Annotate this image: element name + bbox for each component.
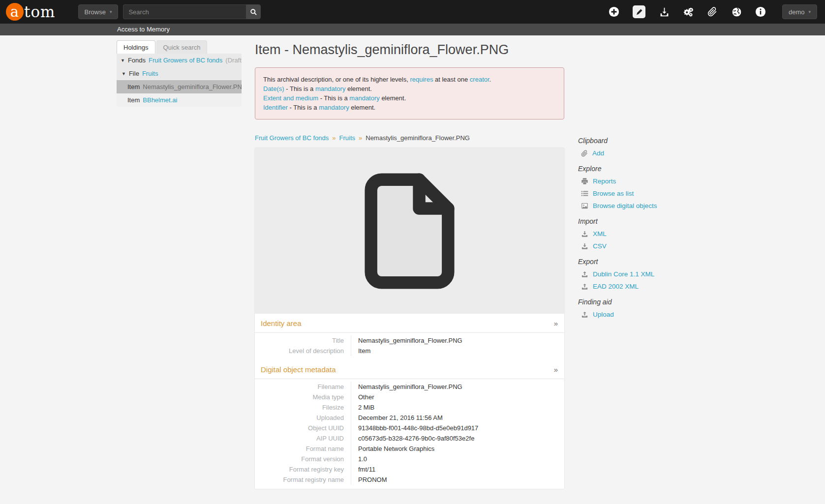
requires-link[interactable]: requires: [410, 76, 433, 83]
main-content: Item - Nemastylis_geminiflora_Flower.PNG…: [255, 42, 564, 489]
caret-down-icon: ▾: [110, 9, 112, 14]
upload-icon: [581, 270, 588, 278]
upload-icon: [581, 311, 588, 318]
section-title: Identity area: [261, 319, 302, 327]
mandatory-link[interactable]: mandatory: [315, 85, 345, 92]
language-icon[interactable]: [731, 6, 742, 17]
description-card: Identity area » Title Nemastylis_geminif…: [255, 148, 564, 489]
validation-message: This archival description, or one of its…: [263, 75, 556, 84]
breadcrumb-separator-icon: »: [359, 134, 362, 142]
validation-message-box: This archival description, or one of its…: [255, 67, 564, 119]
printer-icon: [581, 178, 588, 185]
field-row: Format version 1.0: [255, 454, 564, 464]
export-dublin-core-link[interactable]: Dublin Core 1.1 XML: [581, 270, 662, 278]
tab-holdings[interactable]: Holdings: [117, 40, 155, 54]
breadcrumb-fonds-link[interactable]: Fruit Growers of BC fonds: [255, 134, 329, 142]
context-sidebar: Clipboard Add Explore Reports Browse as …: [578, 137, 662, 323]
identity-fields: Title Nemastylis_geminiflora_Flower.PNG …: [255, 332, 564, 360]
collapse-icon[interactable]: ▼: [121, 58, 125, 63]
browse-digital-objects-link[interactable]: Browse digital objects: [581, 202, 662, 209]
import-csv-link[interactable]: CSV: [581, 242, 662, 250]
paperclip-icon: [581, 150, 588, 157]
explore-heading: Explore: [578, 165, 662, 173]
file-icon: [352, 167, 467, 295]
mandatory-link[interactable]: mandatory: [319, 104, 349, 111]
image-icon: [581, 202, 588, 209]
admin-icon[interactable]: [683, 6, 694, 17]
digital-object-metadata-header: Digital object metadata »: [255, 360, 564, 379]
collapse-icon[interactable]: ▼: [122, 71, 126, 76]
search-icon: [250, 8, 257, 16]
tab-quick-search[interactable]: Quick search: [156, 40, 208, 54]
upload-icon: [581, 283, 588, 290]
import-heading: Import: [578, 217, 662, 225]
breadcrumb-file-link[interactable]: Fruits: [339, 134, 356, 142]
site-banner: Access to Memory: [0, 24, 825, 35]
reports-link[interactable]: Reports: [581, 178, 662, 185]
import-xml-link[interactable]: XML: [581, 230, 662, 237]
export-heading: Export: [578, 258, 662, 266]
tree-link-sibling[interactable]: BBhelmet.ai: [143, 96, 177, 104]
field-row: Uploaded December 21, 2016 11:56 AM: [255, 413, 564, 423]
info-icon[interactable]: [755, 6, 766, 17]
identity-area-header: Identity area »: [255, 314, 564, 332]
user-menu-button[interactable]: demo ▾: [782, 4, 817, 19]
logo-a-circle: a: [6, 3, 24, 21]
clipboard-icon[interactable]: [707, 6, 718, 17]
tree-item-fonds[interactable]: ▼ Fonds Fruit Growers of BC fonds (Draft…: [117, 54, 242, 67]
breadcrumb: Fruit Growers of BC fonds»Fruits»Nemasty…: [255, 134, 564, 142]
search-button[interactable]: [246, 4, 261, 19]
import-icon[interactable]: [659, 6, 670, 17]
section-expand-icon[interactable]: »: [554, 365, 558, 374]
caret-down-icon: ▾: [808, 9, 811, 14]
mandatory-link[interactable]: mandatory: [349, 94, 379, 102]
treeview-panel: Holdings Quick search ▼ Fonds Fruit Grow…: [117, 40, 242, 107]
finding-aid-heading: Finding aid: [578, 298, 662, 306]
tree-item-sibling[interactable]: Item BBhelmet.ai: [117, 93, 242, 107]
field-row: Filename Nemastylis_geminiflora_Flower.P…: [255, 382, 564, 392]
finding-aid-upload-link[interactable]: Upload: [581, 311, 662, 318]
treeview: ▼ Fonds Fruit Growers of BC fonds (Draft…: [117, 54, 242, 107]
download-icon: [581, 230, 588, 237]
download-icon: [581, 242, 588, 250]
section-title: Digital object metadata: [261, 365, 336, 374]
add-icon[interactable]: [609, 6, 619, 17]
browse-as-list-link[interactable]: Browse as list: [581, 190, 662, 197]
digital-object-fields: Filename Nemastylis_geminiflora_Flower.P…: [255, 379, 564, 489]
field-row: Media type Other: [255, 392, 564, 402]
identifier-link[interactable]: Identifier: [263, 104, 288, 111]
edit-icon[interactable]: [633, 5, 645, 18]
atom-logo[interactable]: atom: [6, 3, 56, 21]
tree-current-label: Nemastylis_geminiflora_Flower.PNG: [143, 83, 242, 90]
dates-link[interactable]: Date(s): [263, 85, 284, 92]
creator-link[interactable]: creator: [470, 76, 489, 83]
draft-badge: (Draft): [225, 57, 242, 64]
field-row: Format registry name PRONOM: [255, 474, 564, 485]
search-input[interactable]: [123, 4, 246, 19]
section-expand-icon[interactable]: »: [554, 319, 558, 327]
tree-link-fonds[interactable]: Fruit Growers of BC fonds: [149, 57, 222, 64]
validation-message: Date(s) - This is a mandatory element.: [263, 84, 556, 93]
field-row: Level of description Item: [255, 346, 564, 356]
validation-message: Extent and medium - This is a mandatory …: [263, 93, 556, 103]
validation-message: Identifier - This is a mandatory element…: [263, 103, 556, 112]
tree-item-current[interactable]: Item Nemastylis_geminiflora_Flower.PNG: [117, 80, 242, 93]
field-row: AIP UUID c05673d5-b328-4276-9b0c-9af80f5…: [255, 433, 564, 444]
list-icon: [581, 190, 588, 197]
browse-button[interactable]: Browse ▾: [78, 4, 119, 19]
breadcrumb-current: Nemastylis_geminiflora_Flower.PNG: [366, 134, 470, 142]
tree-link-file[interactable]: Fruits: [142, 70, 158, 77]
top-header: atom Browse ▾ demo: [0, 0, 825, 24]
tree-item-file[interactable]: ▼ File Fruits: [117, 67, 242, 80]
page-title: Item - Nemastylis_geminiflora_Flower.PNG: [255, 42, 564, 58]
field-row: Format name Portable Network Graphics: [255, 444, 564, 454]
breadcrumb-separator-icon: »: [332, 134, 336, 142]
digital-object-preview[interactable]: [255, 148, 564, 314]
clipboard-add-link[interactable]: Add: [581, 149, 662, 157]
field-row: Format registry key fmt/11: [255, 464, 564, 474]
extent-link[interactable]: Extent and medium: [263, 94, 318, 102]
clipboard-heading: Clipboard: [578, 137, 662, 145]
field-row: Object UUID 91348bbb-f001-448c-98bd-d5e0…: [255, 423, 564, 433]
field-row: Title Nemastylis_geminiflora_Flower.PNG: [255, 335, 564, 346]
export-ead-link[interactable]: EAD 2002 XML: [581, 283, 662, 290]
